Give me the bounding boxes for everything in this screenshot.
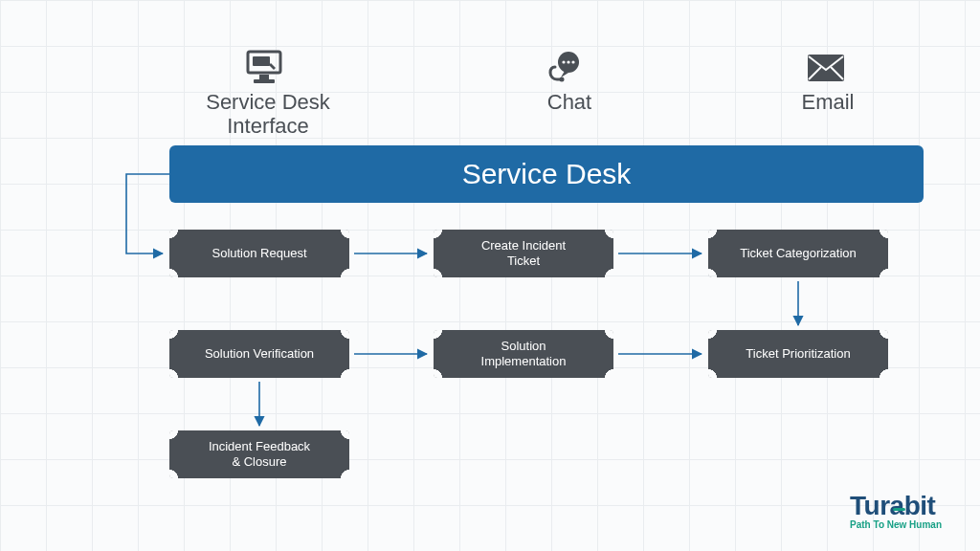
channel-label-email: Email <box>766 90 890 114</box>
svg-rect-2 <box>259 75 269 79</box>
headset-chat-icon <box>547 50 588 90</box>
brand-logo: Turabit Path To New Human <box>850 491 942 530</box>
channel-label-service-desk-interface: Service Desk Interface <box>172 90 364 139</box>
svg-point-8 <box>560 77 565 82</box>
step-solution-implementation: Solution Implementation <box>434 330 613 378</box>
step-ticket-categorization: Ticket Categorization <box>708 230 888 277</box>
service-desk-hero-label: Service Desk <box>462 158 632 190</box>
service-desk-hero: Service Desk <box>169 145 924 203</box>
channel-label-chat: Chat <box>498 90 641 114</box>
svg-rect-3 <box>254 79 275 83</box>
svg-rect-9 <box>808 55 844 81</box>
computer-icon <box>244 50 284 90</box>
step-incident-feedback-closure: Incident Feedback & Closure <box>169 430 349 478</box>
step-create-incident-ticket: Create Incident Ticket <box>434 230 613 277</box>
step-solution-verification: Solution Verification <box>169 330 349 378</box>
svg-point-7 <box>571 60 574 63</box>
brand-name: Turabit <box>850 491 942 521</box>
envelope-icon <box>807 54 845 86</box>
svg-point-6 <box>567 60 569 63</box>
brand-tagline: Path To New Human <box>850 519 942 530</box>
svg-point-5 <box>562 60 565 63</box>
step-solution-request: Solution Request <box>169 230 349 277</box>
svg-rect-1 <box>253 56 270 66</box>
step-ticket-prioritization: Ticket Prioritization <box>708 330 888 378</box>
